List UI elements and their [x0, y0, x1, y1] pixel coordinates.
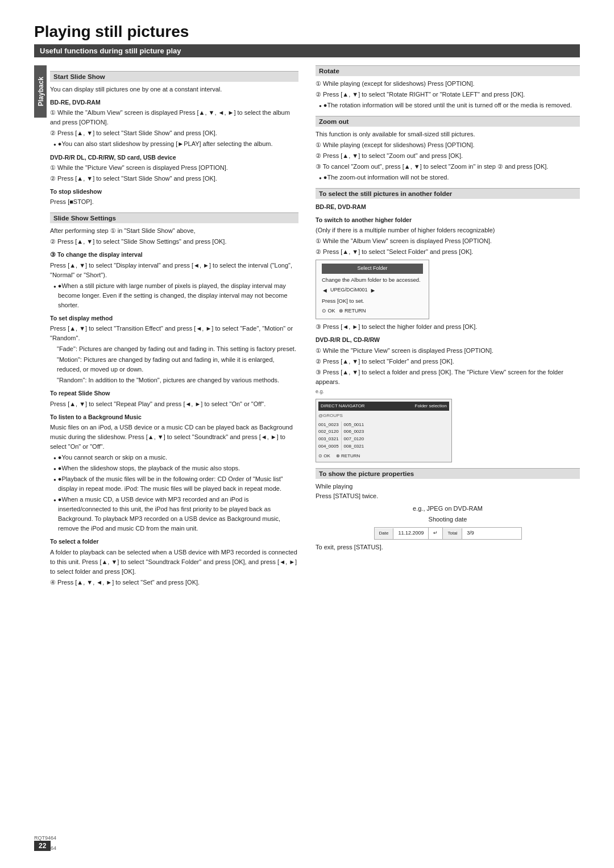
shooting-date-label: Shooting date	[316, 515, 580, 524]
model-num-label: RQT9464	[34, 835, 56, 841]
nav-col2-item4: 008_0321	[344, 443, 364, 450]
nav-col2-item1: 005_0011	[344, 422, 364, 429]
display-method-text: Press [▲, ▼] to select "Transition Effec…	[50, 324, 298, 343]
left-arrow-icon: ◄	[322, 286, 328, 295]
slide-show-settings-header: Slide Show Settings	[50, 212, 298, 223]
nav-col1-item3: 003_0321	[318, 436, 339, 443]
page-number-block: RQT9464 22	[34, 834, 56, 851]
return-icon: ⊗ RETURN	[339, 307, 366, 315]
nav-return-label: ⊗ RETURN	[336, 453, 360, 460]
picture-properties-header: To show the picture properties	[316, 468, 580, 479]
bd-re-bullet: ●You can also start slideshow by pressin…	[50, 139, 298, 149]
bg-bullet-2: ●When the slideshow stops, the playback …	[50, 464, 298, 473]
picture-properties-content: While playing Press [STATUS] twice. e.g.…	[316, 482, 580, 552]
exit-text: To exit, press [STATUS].	[316, 542, 580, 552]
nav-col2-item2: 006_0023	[344, 428, 364, 436]
bd-re-dvd-ram-section: BD-RE, DVD-RAM ① While the "Album View" …	[50, 98, 298, 149]
nav-col-2: 005_0011 006_0023 007_0120 008_0321	[344, 422, 367, 450]
nav-col2-item3: 007_0120	[344, 436, 364, 443]
nav-screen-header: DIRECT NAVIGATOR Folder selection	[318, 402, 449, 411]
eg-jpeg-label: e.g., JPEG on DVD-RAM	[316, 504, 580, 514]
sp-dvdr-step1: ① While the "Picture View" screen is dis…	[316, 346, 580, 356]
sp-bd-re-label: BD-RE, DVD-RAM	[316, 202, 580, 211]
page-title: Playing still pictures	[34, 23, 580, 41]
settings-step2: ② Press [▲, ▼] to select "Slide Show Set…	[50, 237, 298, 247]
dvd-r-label: DVD-R/R DL, CD-R/RW, SD card, USB device	[50, 153, 298, 162]
start-slide-show-intro: You can display still pictures one by on…	[50, 85, 298, 94]
folder-ok-area: ⊙ OK ⊗ RETURN	[322, 307, 423, 315]
bg-bullet-3: ●Playback of the music files will be in …	[50, 474, 298, 494]
settings-intro: After performing step ① in "Start Slide …	[50, 226, 298, 236]
zoom-out-header: Zoom out	[316, 116, 580, 127]
nav-col1-item1: 001_0023	[318, 422, 339, 429]
status-img-box: e.g., JPEG on DVD-RAM Shooting date Date…	[316, 504, 580, 540]
change-display-label: ③ To change the display interval	[50, 250, 298, 259]
select-folder-ui-box: Select Folder Change the Album folder to…	[316, 260, 429, 319]
sp-bd-step1: ① While the "Album View" screen is displ…	[316, 236, 580, 246]
dvd-r-step2: ② Press [▲, ▼] to select "Start Slide Sh…	[50, 174, 298, 183]
folder-name: UPEG/DCiM001	[330, 286, 368, 294]
change-display-bullet: ●When a still picture with large number …	[50, 281, 298, 310]
start-slide-show-header: Start Slide Show	[50, 71, 298, 82]
nav-screen-list: 001_0023 002_0120 003_0321 004_0005 005_…	[318, 422, 449, 450]
select-folder-title: Select Folder	[322, 264, 423, 274]
nav-col1-item2: 002_0120	[318, 428, 339, 436]
sp-note: (Only if there is a multiple number of h…	[316, 226, 580, 235]
zoom-out-content: This function is only available for smal…	[316, 130, 580, 182]
sp-bd-step2: ② Press [▲, ▼] to select "Select Folder"…	[316, 247, 580, 257]
dvd-r-section: DVD-R/R DL, CD-R/RW, SD card, USB device…	[50, 153, 298, 183]
rotate-content: ① While playing (except for slideshows) …	[316, 79, 580, 110]
repeat-label: To repeat Slide Show	[50, 389, 298, 398]
settings-step4: ④ Press [▲, ▼, ◄, ►] to select "Set" and…	[50, 578, 298, 587]
zoom-out-step2: ② Press [▲, ▼] to select "Zoom out" and …	[316, 151, 580, 161]
properties-intro: While playing Press [STATUS] twice.	[316, 482, 580, 501]
stop-slideshow-label: To stop slideshow	[50, 187, 298, 196]
subtitle-bar: Useful functions during still picture pl…	[34, 44, 580, 57]
sp-dvdr-step2: ② Press [▲, ▼] to select "Folder" and pr…	[316, 357, 580, 366]
date-bar-box: Date 11.12.2009 ↵ Total 3/9	[374, 527, 522, 540]
sidebar-label: Playback	[34, 65, 47, 118]
bd-re-step1: ① While the "Album View" screen is displ…	[50, 108, 298, 127]
ok-icon: ⊙ OK	[322, 307, 335, 315]
date-value: 11.12.2009	[393, 528, 429, 539]
bg-bullet-4: ●When a music CD, a USB device with MP3 …	[50, 495, 298, 533]
dvd-r-step1: ① While the "Picture View" screen is dis…	[50, 163, 298, 173]
nav-col-1: 001_0023 002_0120 003_0321 004_0005	[318, 422, 342, 450]
random-text: "Random": In addition to the "Motion", p…	[50, 375, 298, 385]
bg-music-label: To listen to a Background Music	[50, 412, 298, 422]
date-label: Date	[375, 528, 394, 539]
nav-ok-label: ⊙ OK	[318, 453, 330, 460]
sp-dvdr-step3: ③ Press [▲, ▼] to select a folder and pr…	[316, 368, 580, 387]
eg-label: e.g.	[316, 388, 580, 396]
rotate-header: Rotate	[316, 65, 580, 76]
select-pictures-content: BD-RE, DVD-RAM To switch to another high…	[316, 202, 580, 462]
press-ok-label: Press [OK] to set.	[322, 297, 423, 306]
total-label: Total	[443, 528, 462, 539]
sp-switch-label: To switch to another higher folder	[316, 215, 580, 224]
zoom-out-intro: This function is only available for smal…	[316, 130, 580, 139]
page-number: 22	[34, 841, 51, 851]
nav-header-right: Folder selection	[415, 403, 447, 410]
nav-header-left: DIRECT NAVIGATOR	[321, 403, 365, 410]
select-folder-label: To select a folder	[50, 537, 298, 546]
sp-dvdr-label: DVD-R/R DL, CD-R/RW	[316, 335, 580, 344]
sp-bd-step3: ③ Press [◄, ►] to select the higher fold…	[316, 322, 580, 332]
select-folder-text: A folder to playback can be selected whe…	[50, 548, 298, 577]
left-column: Playback Start Slide Show You can displa…	[34, 65, 298, 591]
bd-re-step2: ② Press [▲, ▼] to select "Start Slide Sh…	[50, 128, 298, 138]
right-arrow-icon: ►	[370, 286, 376, 295]
nav-screen-controls: ⊙ OK ⊗ RETURN	[318, 453, 449, 460]
rotate-step1: ① While playing (except for slideshows) …	[316, 79, 580, 89]
stop-slideshow-section: To stop slideshow Press [■STOP].	[50, 187, 298, 207]
bd-re-label: BD-RE, DVD-RAM	[50, 98, 298, 107]
stop-slideshow-text: Press [■STOP].	[50, 197, 298, 207]
change-display-text: Press [▲, ▼] to select "Display interval…	[50, 261, 298, 280]
display-method-label: To set display method	[50, 314, 298, 323]
repeat-text: Press [▲, ▼] to select "Repeat Play" and…	[50, 399, 298, 409]
nav-screen-box: DIRECT NAVIGATOR Folder selection @GROUP…	[316, 399, 452, 462]
rotate-step2: ② Press [▲, ▼] to select "Rotate RIGHT" …	[316, 90, 580, 99]
bg-bullet-1: ●You cannot search or skip on a music.	[50, 453, 298, 462]
nav-subheader: @GROUPS	[318, 412, 449, 419]
nav-col1-item4: 004_0005	[318, 443, 339, 450]
motion-text: "Motion": Pictures are changed by fading…	[50, 355, 298, 374]
